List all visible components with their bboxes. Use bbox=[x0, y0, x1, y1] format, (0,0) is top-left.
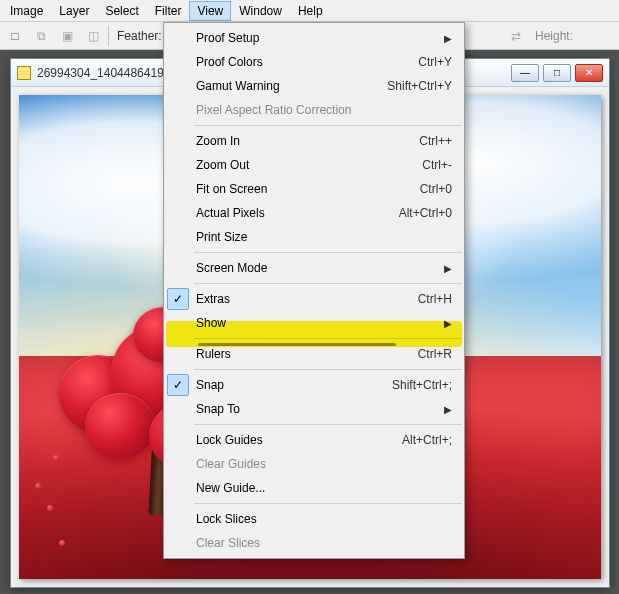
menu-item-label: New Guide... bbox=[192, 481, 452, 495]
check-icon: ✓ bbox=[167, 374, 189, 396]
menu-separator bbox=[194, 283, 462, 284]
view-dropdown: Proof Setup▶Proof ColorsCtrl+YGamut Warn… bbox=[163, 22, 465, 559]
selection-subtract-icon[interactable]: ▣ bbox=[56, 25, 78, 47]
menu-item-accelerator: Ctrl+Y bbox=[418, 55, 452, 69]
menu-help[interactable]: Help bbox=[290, 1, 331, 21]
menu-item-label: Snap bbox=[192, 378, 392, 392]
menu-item-label: Clear Slices bbox=[192, 536, 452, 550]
menu-item-accelerator: Ctrl+H bbox=[418, 292, 452, 306]
menu-item-label: Lock Slices bbox=[192, 512, 452, 526]
menu-item-accelerator: Ctrl+R bbox=[418, 347, 452, 361]
document-icon bbox=[17, 66, 31, 80]
selection-add-icon[interactable]: ⧉ bbox=[30, 25, 52, 47]
menu-item-label: Gamut Warning bbox=[192, 79, 387, 93]
chevron-right-icon: ▶ bbox=[444, 263, 452, 274]
menu-item-accelerator: Alt+Ctrl+0 bbox=[399, 206, 452, 220]
menu-item-proof-colors[interactable]: Proof ColorsCtrl+Y bbox=[164, 50, 464, 74]
close-button[interactable]: ✕ bbox=[575, 64, 603, 82]
menu-item-zoom-out[interactable]: Zoom OutCtrl+- bbox=[164, 153, 464, 177]
menu-item-label: Clear Guides bbox=[192, 457, 452, 471]
menu-separator bbox=[194, 503, 462, 504]
menu-item-label: Lock Guides bbox=[192, 433, 402, 447]
selection-new-icon[interactable]: □ bbox=[4, 25, 26, 47]
menu-item-pixel-aspect-ratio-correction: Pixel Aspect Ratio Correction bbox=[164, 98, 464, 122]
menu-item-label: Show bbox=[192, 316, 438, 330]
menu-item-label: Rulers bbox=[192, 347, 418, 361]
height-label: Height: bbox=[535, 29, 573, 43]
swap-icon[interactable]: ⇄ bbox=[505, 25, 527, 47]
chevron-right-icon: ▶ bbox=[444, 404, 452, 415]
menu-item-label: Actual Pixels bbox=[192, 206, 399, 220]
menu-separator bbox=[194, 338, 462, 339]
menu-item-proof-setup[interactable]: Proof Setup▶ bbox=[164, 26, 464, 50]
menu-item-accelerator: Ctrl++ bbox=[419, 134, 452, 148]
menubar: Image Layer Select Filter View Window He… bbox=[0, 0, 619, 22]
menu-item-label: Zoom In bbox=[192, 134, 419, 148]
maximize-button[interactable]: □ bbox=[543, 64, 571, 82]
menu-item-clear-slices: Clear Slices bbox=[164, 531, 464, 555]
menu-item-show[interactable]: Show▶ bbox=[164, 311, 464, 335]
menu-view[interactable]: View bbox=[189, 1, 231, 21]
menu-separator bbox=[194, 252, 462, 253]
menu-item-gamut-warning[interactable]: Gamut WarningShift+Ctrl+Y bbox=[164, 74, 464, 98]
menu-item-accelerator: Ctrl+- bbox=[422, 158, 452, 172]
menu-item-fit-on-screen[interactable]: Fit on ScreenCtrl+0 bbox=[164, 177, 464, 201]
menu-item-accelerator: Alt+Ctrl+; bbox=[402, 433, 452, 447]
menu-image[interactable]: Image bbox=[2, 1, 51, 21]
separator bbox=[108, 26, 109, 46]
menu-item-actual-pixels[interactable]: Actual PixelsAlt+Ctrl+0 bbox=[164, 201, 464, 225]
menu-select[interactable]: Select bbox=[97, 1, 146, 21]
chevron-right-icon: ▶ bbox=[444, 33, 452, 44]
menu-item-print-size[interactable]: Print Size bbox=[164, 225, 464, 249]
menu-item-snap[interactable]: ✓SnapShift+Ctrl+; bbox=[164, 373, 464, 397]
annotation-underline bbox=[198, 343, 396, 346]
minimize-button[interactable]: — bbox=[511, 64, 539, 82]
menu-separator bbox=[194, 369, 462, 370]
feather-label: Feather: bbox=[117, 29, 162, 43]
menu-item-label: Proof Colors bbox=[192, 55, 418, 69]
menu-item-lock-slices[interactable]: Lock Slices bbox=[164, 507, 464, 531]
menu-item-label: Snap To bbox=[192, 402, 438, 416]
menu-item-clear-guides: Clear Guides bbox=[164, 452, 464, 476]
menu-item-label: Print Size bbox=[192, 230, 452, 244]
menu-item-accelerator: Shift+Ctrl+; bbox=[392, 378, 452, 392]
menu-item-label: Extras bbox=[192, 292, 418, 306]
menu-item-snap-to[interactable]: Snap To▶ bbox=[164, 397, 464, 421]
menu-item-new-guide[interactable]: New Guide... bbox=[164, 476, 464, 500]
chevron-right-icon: ▶ bbox=[444, 318, 452, 329]
menu-filter[interactable]: Filter bbox=[147, 1, 190, 21]
menu-window[interactable]: Window bbox=[231, 1, 290, 21]
menu-separator bbox=[194, 424, 462, 425]
menu-item-lock-guides[interactable]: Lock GuidesAlt+Ctrl+; bbox=[164, 428, 464, 452]
selection-intersect-icon[interactable]: ◫ bbox=[82, 25, 104, 47]
menu-item-zoom-in[interactable]: Zoom InCtrl++ bbox=[164, 129, 464, 153]
menu-item-screen-mode[interactable]: Screen Mode▶ bbox=[164, 256, 464, 280]
menu-item-label: Proof Setup bbox=[192, 31, 438, 45]
menu-item-extras[interactable]: ✓ExtrasCtrl+H bbox=[164, 287, 464, 311]
menu-item-accelerator: Ctrl+0 bbox=[420, 182, 452, 196]
menu-item-accelerator: Shift+Ctrl+Y bbox=[387, 79, 452, 93]
menu-item-label: Pixel Aspect Ratio Correction bbox=[192, 103, 452, 117]
menu-item-label: Screen Mode bbox=[192, 261, 438, 275]
menu-separator bbox=[194, 125, 462, 126]
menu-item-label: Fit on Screen bbox=[192, 182, 420, 196]
menu-item-label: Zoom Out bbox=[192, 158, 422, 172]
check-icon: ✓ bbox=[167, 288, 189, 310]
menu-layer[interactable]: Layer bbox=[51, 1, 97, 21]
